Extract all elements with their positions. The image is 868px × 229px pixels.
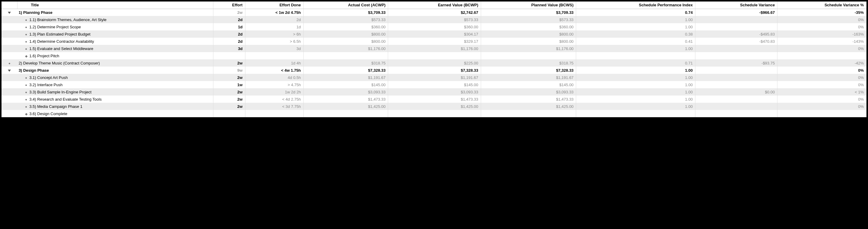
row-bcws[interactable]: $1,473.33 bbox=[481, 96, 576, 103]
row-title-cell[interactable]: ● 3.3) Build Sample In-Engine Project bbox=[18, 88, 213, 96]
row-sv[interactable] bbox=[695, 23, 777, 31]
row-spi[interactable]: 1.00 bbox=[576, 88, 695, 96]
table-row[interactable]: ● 3.1) Concept Art Push2w4d 0.5h$1,191.6… bbox=[1, 74, 867, 81]
header-svp[interactable]: Schedule Variance % bbox=[777, 1, 867, 9]
row-bcwp[interactable]: $360.00 bbox=[388, 23, 481, 31]
row-title-cell[interactable]: ● 3.4) Research and Evaluate Testing Too… bbox=[18, 96, 213, 103]
row-spi[interactable]: 1.00 bbox=[576, 45, 695, 52]
row-acwp[interactable]: $360.00 bbox=[303, 23, 388, 31]
row-effort-done[interactable]: > 6.5h bbox=[245, 38, 303, 45]
row-title-cell[interactable]: 2) Develop Theme Music (Contract Compose… bbox=[18, 60, 213, 67]
row-bcws[interactable]: $573.33 bbox=[481, 16, 576, 23]
row-bcws[interactable] bbox=[481, 52, 576, 60]
table-row[interactable]: ● 1.3) Plan Estimated Project Budget2d> … bbox=[1, 31, 867, 38]
table-row[interactable]: ● 1.1) Brainstorm Themes, Audience, Art … bbox=[1, 16, 867, 23]
table-row[interactable]: ● 1.4) Determine Contractor Availability… bbox=[1, 38, 867, 45]
row-title-cell[interactable]: ◆ 3.6) Design Complete bbox=[18, 110, 213, 117]
row-bcws[interactable]: $360.00 bbox=[481, 23, 576, 31]
row-effort-done[interactable]: 1d bbox=[245, 23, 303, 31]
table-row[interactable]: ◆ 1.6) Project Pitch bbox=[1, 52, 867, 60]
row-sv[interactable] bbox=[695, 74, 777, 81]
row-acwp[interactable]: $145.00 bbox=[303, 81, 388, 88]
table-row[interactable]: ● 1.5) Evaluate and Select Middleware3d3… bbox=[1, 45, 867, 52]
header-sv[interactable]: Schedule Variance bbox=[695, 1, 777, 9]
row-bcws[interactable] bbox=[481, 110, 576, 117]
row-effort-done[interactable]: 4d 0.5h bbox=[245, 74, 303, 81]
row-spi[interactable] bbox=[576, 52, 695, 60]
row-title-cell[interactable]: ● 1.5) Evaluate and Select Middleware bbox=[18, 45, 213, 52]
row-sv[interactable]: $0.00 bbox=[695, 88, 777, 96]
row-svp[interactable] bbox=[777, 110, 867, 117]
row-effort-done[interactable]: 2d bbox=[245, 16, 303, 23]
row-svp[interactable]: -163% bbox=[777, 31, 867, 38]
row-effort[interactable]: 2w bbox=[213, 103, 245, 110]
row-spi[interactable]: 1.00 bbox=[576, 16, 695, 23]
header-effort[interactable]: Effort bbox=[213, 1, 245, 9]
table-row[interactable]: ● 3.3) Build Sample In-Engine Project2w1… bbox=[1, 88, 867, 96]
row-bcws[interactable]: $318.75 bbox=[481, 60, 576, 67]
row-acwp[interactable]: $800.00 bbox=[303, 38, 388, 45]
row-spi[interactable]: 1.00 bbox=[576, 23, 695, 31]
row-effort[interactable]: 2w bbox=[213, 9, 245, 16]
row-spi[interactable]: 0.41 bbox=[576, 38, 695, 45]
row-svp[interactable]: -42% bbox=[777, 60, 867, 67]
row-acwp[interactable] bbox=[303, 52, 388, 60]
row-bcwp[interactable]: $225.00 bbox=[388, 60, 481, 67]
row-effort[interactable]: 2d bbox=[213, 16, 245, 23]
row-spi[interactable]: 1.00 bbox=[576, 67, 695, 74]
row-effort-done[interactable]: 1d 4h bbox=[245, 60, 303, 67]
row-bcwp[interactable]: $1,176.00 bbox=[388, 45, 481, 52]
row-acwp[interactable]: $3,709.33 bbox=[303, 9, 388, 16]
row-sv[interactable]: -$495.83 bbox=[695, 31, 777, 38]
table-row[interactable]: ● 1.2) Determine Project Scope1d1d$360.0… bbox=[1, 23, 867, 31]
row-effort-done[interactable]: < 3d 7.75h bbox=[245, 103, 303, 110]
disclosure-triangle-icon[interactable] bbox=[8, 12, 11, 14]
row-bcwp[interactable]: $3,093.33 bbox=[388, 88, 481, 96]
row-marker[interactable] bbox=[1, 9, 18, 16]
row-title-cell[interactable]: ● 3.2) Interface Push bbox=[18, 81, 213, 88]
row-sv[interactable] bbox=[695, 67, 777, 74]
row-bcws[interactable]: $3,093.33 bbox=[481, 88, 576, 96]
row-title-cell[interactable]: ● 1.2) Determine Project Scope bbox=[18, 23, 213, 31]
row-svp[interactable]: 0% bbox=[777, 67, 867, 74]
row-spi[interactable]: 0.38 bbox=[576, 31, 695, 38]
row-title-cell[interactable]: ● 3.5) Media Campaign Phase 1 bbox=[18, 103, 213, 110]
row-effort[interactable]: 2d bbox=[213, 31, 245, 38]
row-bcwp[interactable]: $573.33 bbox=[388, 16, 481, 23]
row-bcwp[interactable]: $2,742.67 bbox=[388, 9, 481, 16]
table-row[interactable]: ● 3.5) Media Campaign Phase 12w< 3d 7.75… bbox=[1, 103, 867, 110]
row-effort[interactable]: 3d bbox=[213, 45, 245, 52]
row-effort[interactable]: 2w bbox=[213, 96, 245, 103]
table-row[interactable]: ◆ 3.6) Design Complete bbox=[1, 110, 867, 117]
row-bcwp[interactable] bbox=[388, 110, 481, 117]
row-acwp[interactable]: $573.33 bbox=[303, 16, 388, 23]
row-title-cell[interactable]: ◆ 1.6) Project Pitch bbox=[18, 52, 213, 60]
row-title-cell[interactable]: ● 1.3) Plan Estimated Project Budget bbox=[18, 31, 213, 38]
row-bcwp[interactable] bbox=[388, 52, 481, 60]
row-bcwp[interactable]: $329.17 bbox=[388, 38, 481, 45]
row-effort-done[interactable]: 1w 2d 2h bbox=[245, 88, 303, 96]
row-spi[interactable] bbox=[576, 110, 695, 117]
row-title-cell[interactable]: ● 1.4) Determine Contractor Availability bbox=[18, 38, 213, 45]
row-title-cell[interactable]: 3) Design Phase bbox=[18, 67, 213, 74]
row-effort[interactable]: 1w bbox=[213, 81, 245, 88]
row-acwp[interactable]: $1,191.67 bbox=[303, 74, 388, 81]
row-sv[interactable]: -$93.75 bbox=[695, 60, 777, 67]
row-acwp[interactable]: $1,473.33 bbox=[303, 96, 388, 103]
row-acwp[interactable]: $800.00 bbox=[303, 31, 388, 38]
row-sv[interactable] bbox=[695, 110, 777, 117]
row-spi[interactable]: 1.00 bbox=[576, 103, 695, 110]
header-bcwp[interactable]: Earned Value (BCWP) bbox=[388, 1, 481, 9]
table-row[interactable]: ● 3.2) Interface Push1w> 4.75h$145.00$14… bbox=[1, 81, 867, 88]
row-svp[interactable]: 0% bbox=[777, 103, 867, 110]
row-svp[interactable]: 0% bbox=[777, 81, 867, 88]
row-spi[interactable]: 1.00 bbox=[576, 81, 695, 88]
row-acwp[interactable]: $7,328.33 bbox=[303, 67, 388, 74]
header-marker[interactable] bbox=[1, 1, 18, 9]
row-effort-done[interactable]: 3d bbox=[245, 45, 303, 52]
row-effort[interactable]: 2w bbox=[213, 60, 245, 67]
row-svp[interactable] bbox=[777, 52, 867, 60]
row-bcwp[interactable]: $145.00 bbox=[388, 81, 481, 88]
row-sv[interactable]: -$470.83 bbox=[695, 38, 777, 45]
row-acwp[interactable]: $1,425.00 bbox=[303, 103, 388, 110]
